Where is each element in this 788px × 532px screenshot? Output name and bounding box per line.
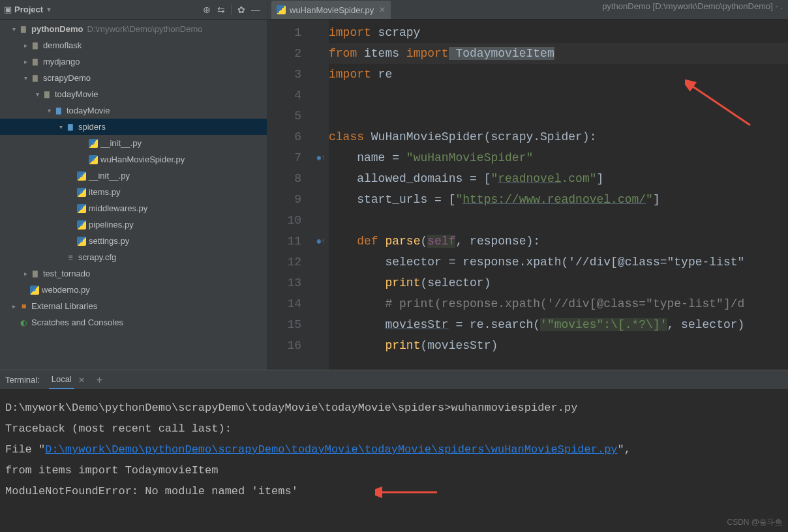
- chevron-icon[interactable]: ▾: [44, 107, 53, 114]
- terminal-tab[interactable]: Local: [49, 370, 74, 389]
- line-number[interactable]: 1: [267, 22, 313, 43]
- tree-item[interactable]: ▾todayMovie: [0, 102, 267, 119]
- tree-item[interactable]: __init__.py: [0, 168, 267, 184]
- chevron-icon[interactable]: ▸: [9, 303, 18, 310]
- py-icon: [30, 286, 39, 295]
- tree-item[interactable]: ▸demoflask: [0, 37, 267, 53]
- folder-icon: [30, 269, 40, 279]
- tree-item[interactable]: settings.py: [0, 233, 267, 249]
- code-area[interactable]: 12345678910111213141516 ◉↑ ◉↑ import scr…: [267, 20, 788, 370]
- tree-item-name: spiders: [78, 122, 106, 132]
- line-number[interactable]: 14: [267, 293, 313, 314]
- py-icon: [77, 188, 86, 197]
- line-number[interactable]: 10: [267, 210, 313, 231]
- chevron-icon[interactable]: ▸: [21, 42, 30, 49]
- code-content[interactable]: import scrapy from items import Todaymov…: [329, 20, 788, 370]
- chevron-down-icon[interactable]: ▼: [46, 6, 52, 13]
- tree-item-name: settings.py: [89, 236, 129, 246]
- line-number[interactable]: 8: [267, 168, 313, 189]
- file-link[interactable]: D:\mywork\Demo\pythonDemo\scrapyDemo\tod…: [45, 443, 617, 456]
- tree-item[interactable]: ▸mydjango: [0, 53, 267, 70]
- tree-root-name: pythonDemo: [31, 24, 83, 34]
- tree-item[interactable]: items.py: [0, 184, 267, 200]
- chevron-icon[interactable]: ▾: [21, 74, 30, 81]
- tree-item[interactable]: webdemo.py: [0, 282, 267, 298]
- line-number[interactable]: 5: [267, 106, 313, 126]
- chevron-icon[interactable]: ▾: [33, 91, 42, 98]
- folder-icon: [30, 40, 40, 51]
- tree-item[interactable]: scrapy.cfg: [0, 249, 267, 265]
- tree-item[interactable]: middlewares.py: [0, 200, 267, 216]
- project-sidebar: ▣ Project ▼ ⊕ ⇆ ✿ — ▾ pythonDemo D:\mywo…: [0, 0, 267, 370]
- project-tree: ▾ pythonDemo D:\mywork\Demo\pythonDemo ▸…: [0, 20, 267, 370]
- tree-item[interactable]: ▾spiders: [0, 119, 267, 135]
- py-icon: [77, 204, 86, 213]
- sidebar-title[interactable]: Project: [14, 5, 43, 14]
- terminal-title: Terminal:: [5, 375, 40, 385]
- terminal-line: ModuleNotFoundError: No module named 'it…: [5, 481, 783, 502]
- terminal-line: from items import TodaymovieItem: [5, 460, 783, 481]
- py-icon: [89, 155, 98, 164]
- py-icon: [77, 237, 86, 246]
- terminal-line: D:\mywork\Demo\pythonDemo\scrapyDemo\tod…: [5, 398, 783, 419]
- line-number[interactable]: 16: [267, 335, 313, 356]
- tree-root-path: D:\mywork\Demo\pythonDemo: [87, 24, 202, 34]
- watermark: CSDN @奋斗鱼: [727, 517, 783, 528]
- folder-icon: [30, 73, 40, 83]
- close-icon[interactable]: ✕: [379, 5, 386, 14]
- gear-icon[interactable]: ✿: [234, 3, 249, 17]
- line-numbers: 12345678910111213141516: [267, 20, 313, 370]
- tree-item-name: wuHanMovieSpider.py: [100, 155, 185, 164]
- line-number[interactable]: 6: [267, 126, 313, 147]
- terminal-output[interactable]: D:\mywork\Demo\pythonDemo\scrapyDemo\tod…: [0, 390, 788, 510]
- tree-item-name: scrapy.cfg: [78, 252, 116, 262]
- line-number[interactable]: 11: [267, 231, 313, 252]
- folder-blue-icon: [53, 106, 64, 116]
- project-folder-icon: [18, 24, 29, 35]
- tree-item[interactable]: ▾scrapyDemo: [0, 70, 267, 86]
- chevron-icon[interactable]: ▾: [56, 123, 65, 130]
- line-number[interactable]: 7: [267, 147, 313, 168]
- editor: wuHanMovieSpider.py ✕ 123456789101112131…: [267, 0, 788, 370]
- tree-item[interactable]: __init__.py: [0, 135, 267, 151]
- line-number[interactable]: 9: [267, 189, 313, 210]
- terminal-line: Traceback (most recent call last):: [5, 419, 783, 439]
- tree-item-name: __init__.py: [100, 138, 142, 148]
- scratch-icon: [18, 318, 29, 328]
- tab-name: wuHanMovieSpider.py: [290, 5, 374, 15]
- tree-item-name: __init__.py: [89, 171, 130, 181]
- chevron-icon[interactable]: ▾: [9, 25, 18, 33]
- line-number[interactable]: 2: [267, 43, 313, 64]
- close-icon[interactable]: ✕: [78, 376, 85, 385]
- line-number[interactable]: 12: [267, 252, 313, 273]
- line-number[interactable]: 3: [267, 64, 313, 85]
- window-title: pythonDemo [D:\mywork\Demo\pythonDemo] -…: [597, 0, 788, 12]
- line-number[interactable]: 15: [267, 314, 313, 335]
- tree-item[interactable]: ▸test_tornado: [0, 265, 267, 282]
- locate-icon[interactable]: ⊕: [200, 3, 214, 17]
- tree-item-name: mydjango: [43, 57, 80, 66]
- tree-item-name: pipelines.py: [89, 220, 134, 229]
- tree-item-name: items.py: [89, 187, 120, 197]
- tree-item[interactable]: wuHanMovieSpider.py: [0, 151, 267, 168]
- tree-item[interactable]: pipelines.py: [0, 216, 267, 233]
- add-terminal-icon[interactable]: +: [97, 374, 102, 386]
- cfg-icon: [65, 252, 76, 263]
- tree-item-name: todayMovie: [55, 89, 98, 99]
- folder-blue-icon: [65, 122, 76, 132]
- chevron-icon[interactable]: ▸: [21, 58, 30, 65]
- tree-item-name: test_tornado: [43, 269, 90, 278]
- terminal-panel: Terminal: Local ✕ + D:\mywork\Demo\pytho…: [0, 370, 788, 532]
- tree-root[interactable]: ▾ pythonDemo D:\mywork\Demo\pythonDemo: [0, 21, 267, 37]
- line-number[interactable]: 13: [267, 273, 313, 293]
- chevron-icon[interactable]: ▸: [21, 270, 30, 277]
- collapse-icon[interactable]: ⇆: [214, 3, 228, 17]
- editor-tab[interactable]: wuHanMovieSpider.py ✕: [271, 1, 391, 19]
- tree-item[interactable]: ▾todayMovie: [0, 86, 267, 102]
- terminal-line: File "D:\mywork\Demo\pythonDemo\scrapyDe…: [5, 439, 783, 460]
- hide-icon[interactable]: —: [249, 3, 263, 17]
- library-icon: [18, 301, 29, 312]
- external-libraries[interactable]: ▸ External Libraries: [0, 298, 267, 314]
- scratches-consoles[interactable]: Scratches and Consoles: [0, 314, 267, 331]
- line-number[interactable]: 4: [267, 85, 313, 106]
